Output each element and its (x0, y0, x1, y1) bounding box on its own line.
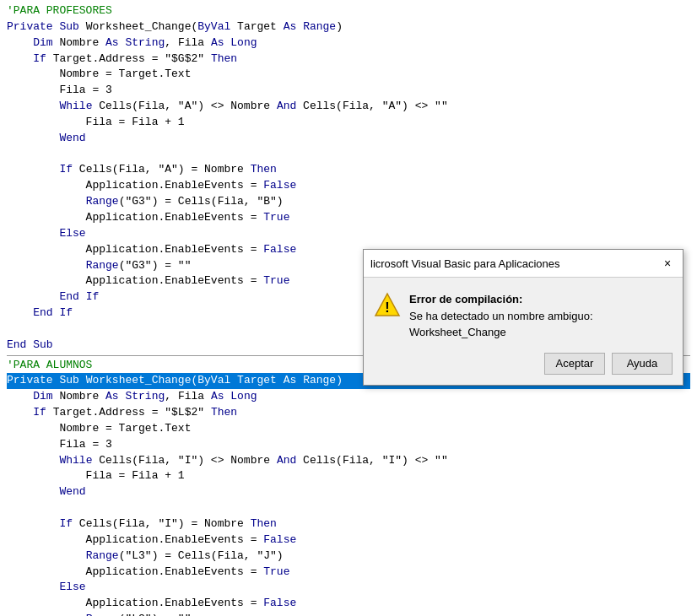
code-line: If Target.Address = "$L$2" Then (7, 405, 690, 421)
code-line: Private Sub Worksheet_Change(ByVal Targe… (7, 19, 690, 35)
code-line: If Cells(Fila, "A") = Nombre Then (7, 162, 690, 178)
code-line: Application.EnableEvents = False (7, 596, 690, 612)
code-line: Application.EnableEvents = False (7, 178, 690, 194)
dialog-titlebar: licrosoft Visual Basic para Aplicaciones… (364, 250, 683, 278)
help-button[interactable]: Ayuda (612, 353, 673, 375)
error-message-text: Se ha detectado un nombre ambiguo: Works… (409, 310, 593, 339)
dialog-message-row: ! Error de compilación: Se ha detectado … (374, 291, 673, 341)
code-line (7, 500, 690, 516)
code-line: Application.EnableEvents = True (7, 565, 690, 581)
code-line: Fila = Fila + 1 (7, 115, 690, 131)
code-line: Application.EnableEvents = False (7, 532, 690, 548)
dialog[interactable]: licrosoft Visual Basic para Aplicaciones… (363, 249, 683, 386)
code-line: Range("L3") = Cells(Fila, "J") (7, 548, 690, 565)
code-line: Fila = Fila + 1 (7, 468, 690, 484)
code-line: Nombre = Target.Text (7, 421, 690, 437)
code-line: Range("G3") = Cells(Fila, "B") (7, 194, 690, 210)
accept-button[interactable]: Aceptar (544, 353, 605, 375)
code-line: Fila = 3 (7, 83, 690, 99)
code-line: While Cells(Fila, "I") <> Nombre And Cel… (7, 453, 690, 469)
code-line: While Cells(Fila, "A") <> Nombre And Cel… (7, 99, 690, 115)
warning-icon: ! (374, 291, 401, 318)
code-line (7, 147, 690, 163)
svg-text:!: ! (385, 300, 389, 315)
code-line: Wend (7, 484, 690, 500)
code-line: Application.EnableEvents = True (7, 210, 690, 226)
code-line: Fila = 3 (7, 437, 690, 453)
code-line: Dim Nombre As String, Fila As Long (7, 35, 690, 51)
code-line: Wend (7, 131, 690, 147)
dialog-close-button[interactable]: × (659, 255, 676, 272)
code-line: Else (7, 580, 690, 596)
code-line: 'PARA PROFESORES (7, 3, 690, 19)
dialog-text: Error de compilación: Se ha detectado un… (409, 291, 673, 341)
code-line: Else (7, 226, 690, 242)
dialog-buttons: Aceptar Ayuda (374, 353, 673, 375)
error-type-label: Error de compilación: (409, 293, 522, 305)
dialog-body: ! Error de compilación: Se ha detectado … (364, 278, 683, 385)
dialog-title: licrosoft Visual Basic para Aplicaciones (370, 257, 560, 270)
code-line: Nombre = Target.Text (7, 67, 690, 83)
code-line: If Target.Address = "$G$2" Then (7, 51, 690, 68)
code-line: If Cells(Fila, "I") = Nombre Then (7, 516, 690, 532)
code-line: Dim Nombre As String, Fila As Long (7, 389, 690, 405)
code-line: Range("L3") = "" (7, 612, 690, 616)
